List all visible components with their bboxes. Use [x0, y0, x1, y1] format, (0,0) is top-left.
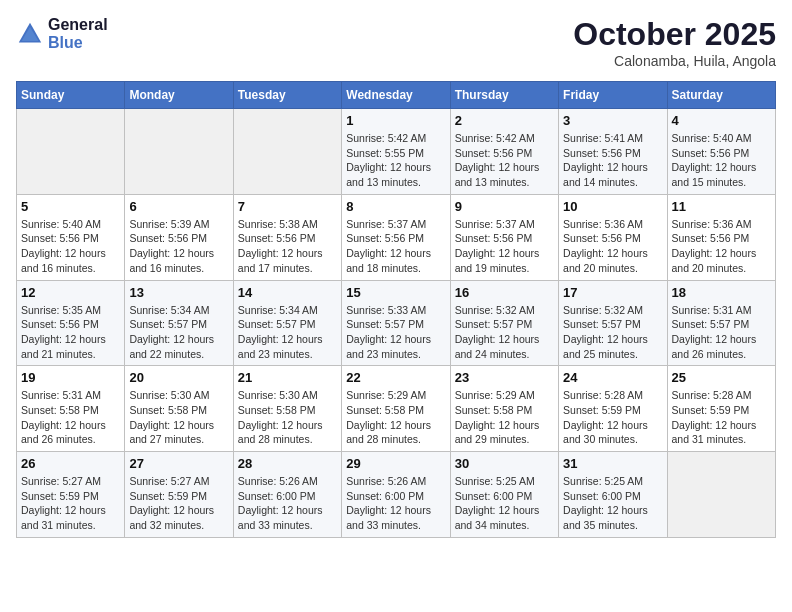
day-info: Sunrise: 5:27 AM Sunset: 5:59 PM Dayligh…: [21, 474, 120, 533]
day-info: Sunrise: 5:37 AM Sunset: 5:56 PM Dayligh…: [346, 217, 445, 276]
calendar-cell: 24Sunrise: 5:28 AM Sunset: 5:59 PM Dayli…: [559, 366, 667, 452]
calendar-cell: 10Sunrise: 5:36 AM Sunset: 5:56 PM Dayli…: [559, 194, 667, 280]
week-row-4: 19Sunrise: 5:31 AM Sunset: 5:58 PM Dayli…: [17, 366, 776, 452]
calendar-body: 1Sunrise: 5:42 AM Sunset: 5:55 PM Daylig…: [17, 109, 776, 538]
day-info: Sunrise: 5:28 AM Sunset: 5:59 PM Dayligh…: [672, 388, 771, 447]
day-info: Sunrise: 5:30 AM Sunset: 5:58 PM Dayligh…: [129, 388, 228, 447]
day-number: 15: [346, 285, 445, 300]
week-row-3: 12Sunrise: 5:35 AM Sunset: 5:56 PM Dayli…: [17, 280, 776, 366]
day-number: 5: [21, 199, 120, 214]
weekday-header-saturday: Saturday: [667, 82, 775, 109]
day-number: 4: [672, 113, 771, 128]
day-info: Sunrise: 5:28 AM Sunset: 5:59 PM Dayligh…: [563, 388, 662, 447]
logo-icon: [16, 20, 44, 48]
day-info: Sunrise: 5:36 AM Sunset: 5:56 PM Dayligh…: [672, 217, 771, 276]
day-number: 22: [346, 370, 445, 385]
day-info: Sunrise: 5:41 AM Sunset: 5:56 PM Dayligh…: [563, 131, 662, 190]
calendar-cell: 2Sunrise: 5:42 AM Sunset: 5:56 PM Daylig…: [450, 109, 558, 195]
calendar-cell: 31Sunrise: 5:25 AM Sunset: 6:00 PM Dayli…: [559, 452, 667, 538]
day-number: 10: [563, 199, 662, 214]
calendar-cell: 15Sunrise: 5:33 AM Sunset: 5:57 PM Dayli…: [342, 280, 450, 366]
logo-blue: Blue: [48, 34, 108, 52]
day-info: Sunrise: 5:33 AM Sunset: 5:57 PM Dayligh…: [346, 303, 445, 362]
day-number: 7: [238, 199, 337, 214]
calendar-cell: 11Sunrise: 5:36 AM Sunset: 5:56 PM Dayli…: [667, 194, 775, 280]
logo: General Blue: [16, 16, 108, 51]
day-number: 16: [455, 285, 554, 300]
day-info: Sunrise: 5:29 AM Sunset: 5:58 PM Dayligh…: [455, 388, 554, 447]
day-number: 27: [129, 456, 228, 471]
week-row-2: 5Sunrise: 5:40 AM Sunset: 5:56 PM Daylig…: [17, 194, 776, 280]
location-subtitle: Calonamba, Huila, Angola: [573, 53, 776, 69]
day-info: Sunrise: 5:30 AM Sunset: 5:58 PM Dayligh…: [238, 388, 337, 447]
calendar-cell: 20Sunrise: 5:30 AM Sunset: 5:58 PM Dayli…: [125, 366, 233, 452]
day-number: 20: [129, 370, 228, 385]
day-number: 24: [563, 370, 662, 385]
calendar-cell: 3Sunrise: 5:41 AM Sunset: 5:56 PM Daylig…: [559, 109, 667, 195]
day-number: 12: [21, 285, 120, 300]
page-header: General Blue October 2025 Calonamba, Hui…: [16, 16, 776, 69]
day-number: 25: [672, 370, 771, 385]
day-info: Sunrise: 5:32 AM Sunset: 5:57 PM Dayligh…: [563, 303, 662, 362]
day-info: Sunrise: 5:25 AM Sunset: 6:00 PM Dayligh…: [455, 474, 554, 533]
day-info: Sunrise: 5:36 AM Sunset: 5:56 PM Dayligh…: [563, 217, 662, 276]
calendar-cell: 18Sunrise: 5:31 AM Sunset: 5:57 PM Dayli…: [667, 280, 775, 366]
calendar-cell: 1Sunrise: 5:42 AM Sunset: 5:55 PM Daylig…: [342, 109, 450, 195]
day-number: 30: [455, 456, 554, 471]
calendar-cell: 7Sunrise: 5:38 AM Sunset: 5:56 PM Daylig…: [233, 194, 341, 280]
day-number: 18: [672, 285, 771, 300]
day-number: 31: [563, 456, 662, 471]
calendar-cell: [233, 109, 341, 195]
day-info: Sunrise: 5:27 AM Sunset: 5:59 PM Dayligh…: [129, 474, 228, 533]
calendar-cell: 4Sunrise: 5:40 AM Sunset: 5:56 PM Daylig…: [667, 109, 775, 195]
day-info: Sunrise: 5:40 AM Sunset: 5:56 PM Dayligh…: [21, 217, 120, 276]
calendar-cell: 9Sunrise: 5:37 AM Sunset: 5:56 PM Daylig…: [450, 194, 558, 280]
weekday-row: SundayMondayTuesdayWednesdayThursdayFrid…: [17, 82, 776, 109]
calendar-cell: [125, 109, 233, 195]
day-info: Sunrise: 5:37 AM Sunset: 5:56 PM Dayligh…: [455, 217, 554, 276]
day-number: 23: [455, 370, 554, 385]
month-title: October 2025: [573, 16, 776, 53]
day-number: 14: [238, 285, 337, 300]
weekday-header-tuesday: Tuesday: [233, 82, 341, 109]
calendar-cell: 21Sunrise: 5:30 AM Sunset: 5:58 PM Dayli…: [233, 366, 341, 452]
weekday-header-wednesday: Wednesday: [342, 82, 450, 109]
calendar-table: SundayMondayTuesdayWednesdayThursdayFrid…: [16, 81, 776, 538]
day-number: 29: [346, 456, 445, 471]
calendar-cell: 27Sunrise: 5:27 AM Sunset: 5:59 PM Dayli…: [125, 452, 233, 538]
logo-general: General: [48, 16, 108, 34]
calendar-cell: 16Sunrise: 5:32 AM Sunset: 5:57 PM Dayli…: [450, 280, 558, 366]
day-number: 1: [346, 113, 445, 128]
day-info: Sunrise: 5:25 AM Sunset: 6:00 PM Dayligh…: [563, 474, 662, 533]
calendar-cell: [17, 109, 125, 195]
calendar-cell: 5Sunrise: 5:40 AM Sunset: 5:56 PM Daylig…: [17, 194, 125, 280]
day-info: Sunrise: 5:31 AM Sunset: 5:57 PM Dayligh…: [672, 303, 771, 362]
day-number: 8: [346, 199, 445, 214]
day-number: 28: [238, 456, 337, 471]
calendar-cell: 17Sunrise: 5:32 AM Sunset: 5:57 PM Dayli…: [559, 280, 667, 366]
weekday-header-monday: Monday: [125, 82, 233, 109]
day-number: 13: [129, 285, 228, 300]
day-info: Sunrise: 5:26 AM Sunset: 6:00 PM Dayligh…: [346, 474, 445, 533]
calendar-cell: [667, 452, 775, 538]
calendar-cell: 14Sunrise: 5:34 AM Sunset: 5:57 PM Dayli…: [233, 280, 341, 366]
week-row-1: 1Sunrise: 5:42 AM Sunset: 5:55 PM Daylig…: [17, 109, 776, 195]
calendar-cell: 28Sunrise: 5:26 AM Sunset: 6:00 PM Dayli…: [233, 452, 341, 538]
day-info: Sunrise: 5:31 AM Sunset: 5:58 PM Dayligh…: [21, 388, 120, 447]
calendar-cell: 8Sunrise: 5:37 AM Sunset: 5:56 PM Daylig…: [342, 194, 450, 280]
calendar-cell: 22Sunrise: 5:29 AM Sunset: 5:58 PM Dayli…: [342, 366, 450, 452]
calendar-cell: 25Sunrise: 5:28 AM Sunset: 5:59 PM Dayli…: [667, 366, 775, 452]
day-number: 17: [563, 285, 662, 300]
day-info: Sunrise: 5:35 AM Sunset: 5:56 PM Dayligh…: [21, 303, 120, 362]
week-row-5: 26Sunrise: 5:27 AM Sunset: 5:59 PM Dayli…: [17, 452, 776, 538]
day-info: Sunrise: 5:32 AM Sunset: 5:57 PM Dayligh…: [455, 303, 554, 362]
calendar-cell: 26Sunrise: 5:27 AM Sunset: 5:59 PM Dayli…: [17, 452, 125, 538]
day-number: 2: [455, 113, 554, 128]
day-info: Sunrise: 5:39 AM Sunset: 5:56 PM Dayligh…: [129, 217, 228, 276]
calendar-cell: 23Sunrise: 5:29 AM Sunset: 5:58 PM Dayli…: [450, 366, 558, 452]
day-info: Sunrise: 5:29 AM Sunset: 5:58 PM Dayligh…: [346, 388, 445, 447]
calendar-cell: 6Sunrise: 5:39 AM Sunset: 5:56 PM Daylig…: [125, 194, 233, 280]
day-info: Sunrise: 5:34 AM Sunset: 5:57 PM Dayligh…: [238, 303, 337, 362]
day-number: 11: [672, 199, 771, 214]
calendar-cell: 29Sunrise: 5:26 AM Sunset: 6:00 PM Dayli…: [342, 452, 450, 538]
